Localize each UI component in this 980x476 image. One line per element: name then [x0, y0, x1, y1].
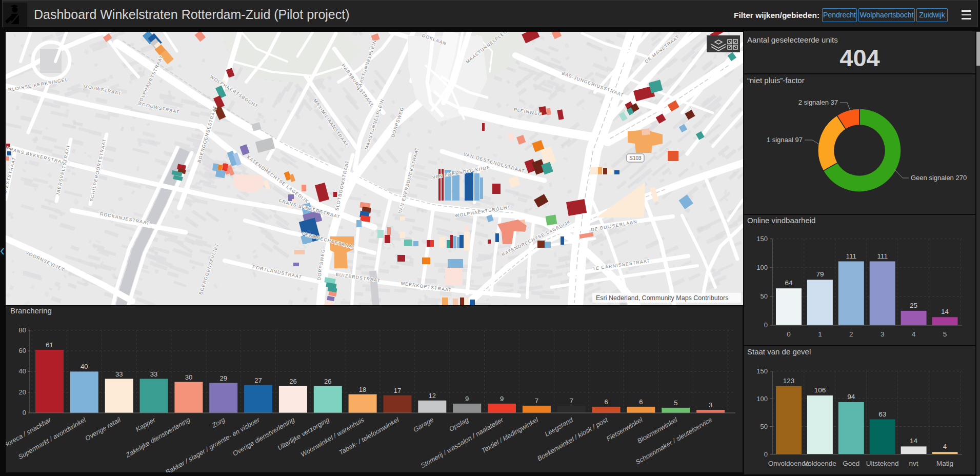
svg-text:“niet pluis”-factor: “niet pluis”-factor	[747, 76, 805, 85]
svg-text:94: 94	[847, 393, 855, 401]
svg-text:3: 3	[709, 401, 712, 409]
svg-text:26: 26	[289, 378, 296, 385]
svg-text:106: 106	[814, 386, 826, 394]
svg-text:Tabak- / telefoonwinkel: Tabak- / telefoonwinkel	[337, 415, 401, 457]
svg-text:Woonwinkel / warenhuis: Woonwinkel / warenhuis	[299, 415, 366, 458]
svg-text:4: 4	[912, 330, 916, 338]
svg-text:20: 20	[19, 388, 26, 396]
svg-text:12: 12	[429, 392, 436, 400]
svg-text:1 signaal 97: 1 signaal 97	[767, 136, 803, 144]
svg-text:79: 79	[816, 270, 824, 278]
svg-text:Geen signalen 270: Geen signalen 270	[911, 174, 967, 182]
svg-text:100: 100	[756, 395, 768, 403]
svg-text:0: 0	[23, 409, 26, 417]
svg-text:S103: S103	[629, 155, 642, 161]
svg-text:9: 9	[465, 395, 469, 403]
svg-text:40: 40	[19, 367, 26, 375]
svg-text:40: 40	[81, 363, 88, 370]
svg-text:5: 5	[943, 330, 947, 338]
svg-text:100: 100	[756, 264, 768, 271]
svg-text:Kapper: Kapper	[134, 415, 157, 433]
svg-text:Textiel / kledingwinkel: Textiel / kledingwinkel	[480, 415, 540, 454]
svg-text:33: 33	[150, 370, 157, 378]
svg-text:Garage: Garage	[412, 416, 435, 434]
svg-text:Esri Nederland, Community Maps: Esri Nederland, Community Maps Contribut…	[596, 294, 728, 302]
svg-text:14: 14	[910, 437, 918, 445]
svg-text:60: 60	[19, 347, 26, 354]
svg-text:18: 18	[359, 386, 366, 393]
svg-text:9: 9	[500, 395, 504, 403]
svg-text:Goed: Goed	[843, 460, 859, 467]
svg-text:111: 111	[846, 252, 857, 260]
svg-text:Overige retail: Overige retail	[84, 415, 122, 442]
svg-text:4: 4	[943, 443, 947, 450]
svg-text:14: 14	[941, 308, 949, 315]
svg-text:150: 150	[756, 367, 768, 375]
svg-text:50: 50	[761, 423, 768, 430]
svg-text:Zorg: Zorg	[210, 415, 227, 429]
svg-text:Zakelijke dienstverlening: Zakelijke dienstverlening	[124, 415, 192, 459]
svg-text:Opslag: Opslag	[448, 415, 470, 433]
svg-text:123: 123	[783, 377, 795, 385]
svg-text:25: 25	[910, 302, 917, 309]
svg-text:Online vindbaarheid: Online vindbaarheid	[747, 216, 815, 225]
svg-text:7: 7	[570, 397, 573, 405]
svg-text:3: 3	[881, 330, 885, 338]
svg-text:Uitstekend: Uitstekend	[866, 460, 899, 467]
svg-text:Overige dienstverlening: Overige dienstverlening	[231, 415, 296, 458]
svg-text:Staat van de gevel: Staat van de gevel	[747, 347, 811, 356]
svg-text:29: 29	[220, 374, 227, 382]
svg-text:61: 61	[46, 341, 53, 349]
svg-text:64: 64	[785, 279, 793, 287]
svg-text:17: 17	[394, 387, 401, 394]
svg-text:6: 6	[639, 398, 643, 406]
svg-text:Matig: Matig	[936, 460, 953, 467]
svg-text:80: 80	[19, 326, 26, 334]
svg-text:2 signalen 37: 2 signalen 37	[798, 98, 838, 106]
svg-text:6: 6	[604, 398, 608, 406]
svg-text:Branchering: Branchering	[10, 306, 52, 315]
svg-text:50: 50	[761, 292, 768, 300]
svg-text:0: 0	[787, 330, 791, 338]
svg-text:27: 27	[254, 376, 262, 384]
svg-text:1: 1	[818, 330, 822, 338]
svg-text:7: 7	[535, 397, 538, 405]
svg-text:Leegstand: Leegstand	[544, 415, 575, 438]
svg-text:111: 111	[877, 252, 888, 260]
svg-text:Voldoende: Voldoende	[804, 460, 836, 467]
svg-text:30: 30	[185, 373, 192, 381]
svg-text:26: 26	[324, 378, 331, 385]
svg-text:33: 33	[115, 370, 123, 378]
svg-text:63: 63	[878, 410, 886, 418]
svg-text:nvt: nvt	[909, 460, 918, 467]
svg-text:0: 0	[764, 450, 768, 458]
svg-text:0: 0	[764, 321, 768, 329]
svg-text:150: 150	[756, 235, 768, 243]
svg-text:2: 2	[849, 330, 853, 338]
svg-text:5: 5	[674, 399, 677, 407]
